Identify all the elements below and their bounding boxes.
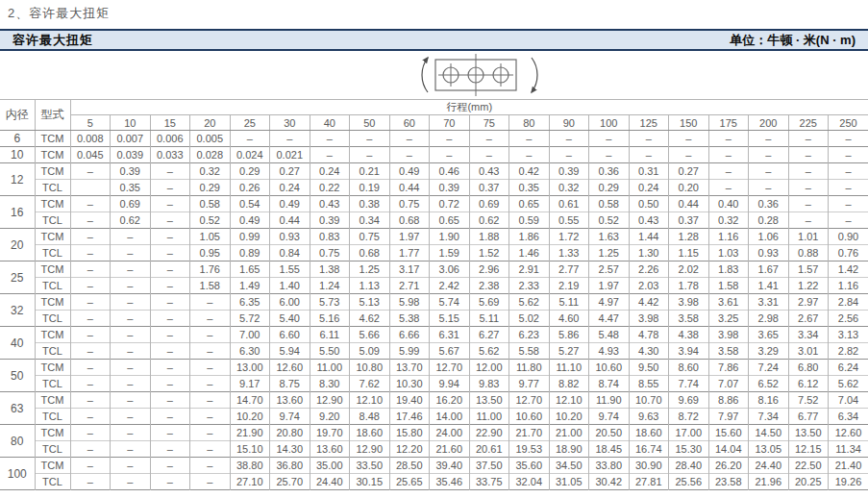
header-row-top: 内径 型式 行程(mm) [0,100,868,115]
torque-value-cell: – [829,180,868,196]
torque-value-cell: – [70,212,111,229]
torque-value-cell: 36.80 [270,458,310,474]
torque-value-cell: 3.98 [629,311,669,327]
table-row-bore-63-tcl: TCL––––10.209.749.208.4817.4614.0011.001… [0,409,868,425]
torque-value-cell: – [629,131,669,147]
torque-value-cell: – [389,147,430,163]
torque-value-cell: 13.05 [749,441,789,458]
torque-value-cell: 2.02 [669,261,709,278]
torque-value-cell: 5.72 [230,311,270,327]
table-row-bore-16-tcl: TCL–0.62–0.520.490.440.390.340.680.650.6… [0,212,868,229]
torque-value-cell: 5.40 [270,311,310,327]
torque-value-cell: – [749,180,789,196]
torque-value-cell: 4.42 [629,294,669,311]
torque-value-cell: 4.62 [350,311,390,327]
torque-value-cell: 0.22 [310,180,350,196]
torque-value-cell: 0.34 [350,212,390,229]
type-cell: TCM [35,294,70,311]
torque-value-cell: – [70,327,111,343]
bore-cell: 40 [0,327,35,360]
torque-value-cell: 1.01 [788,229,829,245]
torque-value-cell: 13.50 [788,425,829,441]
torque-value-cell: 22.90 [469,425,509,441]
torque-value-cell: 1.90 [430,229,470,245]
torque-value-cell: 3.06 [430,261,470,278]
torque-value-cell: 0.27 [669,163,709,180]
torque-value-cell: 1.72 [549,229,589,245]
torque-table-wrap: 内径 型式 行程(mm) 510152025304050607075809010… [0,99,868,490]
torque-arrow-left [422,58,428,92]
torque-value-cell: 1.77 [389,245,430,261]
torque-value-cell: 7.86 [708,360,749,376]
torque-value-cell: 15.10 [230,441,270,458]
bore-cell: 63 [0,392,35,425]
torque-value-cell: 1.44 [629,229,669,245]
torque-value-cell: 13.70 [389,360,430,376]
torque-value-cell: 0.36 [589,163,630,180]
torque-value-cell: – [70,163,111,180]
type-cell: TCL [35,474,70,490]
table-row-bore-50-tcl: TCL––––9.178.758.307.6210.309.949.839.77… [0,376,868,392]
torque-value-cell: 19.53 [509,441,550,458]
torque-value-cell: 26.20 [708,458,749,474]
torque-value-cell: 1.05 [190,229,231,245]
torque-value-cell: 10.80 [350,360,390,376]
torque-value-cell: 0.42 [509,163,550,180]
type-cell: TCL [35,311,70,327]
torque-value-cell: 0.68 [389,212,430,229]
torque-value-cell: 1.78 [669,278,709,294]
torque-value-cell: – [70,229,111,245]
type-cell: TCM [35,163,70,180]
torque-value-cell: 39.40 [430,458,470,474]
torque-value-cell: – [190,409,231,425]
torque-value-cell: 21.40 [829,458,868,474]
torque-value-cell: – [150,196,190,212]
torque-value-cell: 0.46 [430,163,470,180]
torque-value-cell: – [190,376,231,392]
torque-value-cell: 0.58 [190,196,231,212]
torque-value-cell: 1.97 [389,229,430,245]
torque-value-cell: 11.80 [509,360,550,376]
torque-value-cell: 17.00 [669,425,709,441]
torque-value-cell: 0.83 [310,229,350,245]
torque-value-cell: 4.93 [589,343,630,360]
torque-value-cell: 1.97 [589,278,630,294]
torque-value-cell: 4.30 [629,343,669,360]
torque-value-cell: – [150,360,190,376]
torque-value-cell: – [70,441,111,458]
torque-table: 内径 型式 行程(mm) 510152025304050607075809010… [0,99,868,490]
torque-value-cell: 4.47 [589,311,630,327]
stroke-column-header: 75 [469,115,509,131]
torque-value-cell: 9.77 [509,376,550,392]
torque-value-cell: 10.60 [589,360,630,376]
torque-value-cell: 0.44 [270,212,310,229]
torque-value-cell: – [111,343,151,360]
torque-value-cell: 3.58 [708,343,749,360]
torque-value-cell: 0.43 [469,163,509,180]
torque-value-cell: 1.41 [749,278,789,294]
stroke-column-header: 10 [111,115,151,131]
torque-value-cell: 1.83 [708,261,749,278]
torque-value-cell: 5.48 [589,327,630,343]
torque-value-cell: 3.98 [708,327,749,343]
torque-value-cell: 0.32 [708,212,749,229]
bore-cell: 100 [0,458,35,490]
type-cell: TCM [35,458,70,474]
torque-value-cell: 0.045 [70,147,111,163]
torque-value-cell: 7.04 [829,392,868,409]
torque-value-cell: 5.38 [389,311,430,327]
torque-value-cell: 13.60 [270,392,310,409]
section-title: 容许最大扭矩 [12,32,93,49]
torque-value-cell: 6.24 [829,360,868,376]
torque-value-cell: 1.15 [669,245,709,261]
torque-value-cell: – [150,229,190,245]
torque-value-cell: 1.28 [669,229,709,245]
torque-value-cell: – [111,458,151,474]
table-row-bore-40-tcm: 40TCM––––7.006.606.115.666.666.316.276.2… [0,327,868,343]
torque-value-cell: 0.49 [270,196,310,212]
torque-value-cell: – [310,131,350,147]
torque-value-cell: 21.00 [549,425,589,441]
type-cell: TCL [35,245,70,261]
torque-value-cell: 0.88 [788,245,829,261]
type-cell: TCM [35,229,70,245]
